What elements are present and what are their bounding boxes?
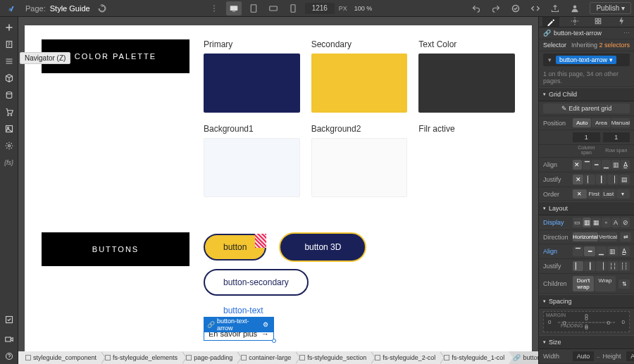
display-none-icon[interactable]: ⊘ [621,218,630,227]
wrap-reverse-icon[interactable]: ⇅ [619,280,630,289]
display-inline-icon[interactable]: A [611,218,621,227]
selector-input[interactable]: ▾ button-text-arrow▾ [543,54,630,66]
add-element-icon[interactable] [1,20,17,35]
height-input[interactable] [626,351,634,361]
flex-justify-around-icon[interactable]: ┊┊ [619,261,630,271]
page-title[interactable]: Style Guide [50,4,90,13]
flex-align-start-icon[interactable]: ▔ [573,246,583,256]
webflow-logo-icon[interactable] [3,1,18,15]
canvas-width-input[interactable] [305,3,335,14]
crumb-page-padding[interactable]: page-padding [182,351,237,364]
inheriting-link[interactable]: 2 selectors [599,42,630,49]
justify-center-icon[interactable]: ┃ [596,175,607,184]
justify-reset[interactable]: ✕ [573,175,583,184]
button-3d[interactable]: button 3D [279,232,366,262]
reverse-icon[interactable]: ⇄ [620,232,631,241]
order-last[interactable]: Last [602,189,616,199]
position-area[interactable]: Area [592,118,610,127]
desktop-breakpoint-icon[interactable] [226,1,242,15]
align-start-icon[interactable]: ▔ [583,160,592,170]
publish-button[interactable]: Publish ▾ [590,2,631,14]
style-manager-tab-icon[interactable] [590,17,607,27]
resize-handle[interactable] [272,339,276,343]
code-icon[interactable] [528,1,543,15]
help-icon[interactable] [1,349,17,364]
flex-justify-between-icon[interactable]: ╎╎ [607,261,618,271]
mobile-landscape-icon[interactable] [266,1,281,15]
flex-align-stretch-icon[interactable]: ▥ [607,246,618,256]
flex-justify-end-icon[interactable]: ▕ [596,261,607,271]
column-span-input[interactable] [573,132,600,142]
selection-badge[interactable]: 🔗button-text-arrow⚙ [204,317,274,332]
row-span-input[interactable] [603,132,630,142]
direction-horizontal[interactable]: Horizontal [573,232,598,241]
crumb-styleguide-component[interactable]: styleguide_component [21,351,101,364]
justify-end-icon[interactable]: ▕ [607,175,618,184]
crumb-fs-styleguide-section[interactable]: fs-styleguide_section [295,351,371,364]
crumb-fs-styleguide-2col[interactable]: fs-styleguide_2-col [371,351,440,364]
spacing-editor[interactable]: MARGIN 0 0 0 0 PADDING 0 0 0 0 [543,311,630,332]
order-reset[interactable]: ✕ [573,189,587,199]
width-input[interactable] [573,351,594,361]
display-inlineblock-icon[interactable]: ▫ [602,218,611,227]
position-manual[interactable]: Manual [611,118,630,127]
interactions-tab-icon[interactable] [614,17,630,27]
nowrap[interactable]: Don't wrap [573,276,594,291]
display-grid-icon[interactable]: ▦ [592,218,601,227]
reload-icon[interactable] [94,1,110,15]
redo-icon[interactable] [488,1,504,15]
position-auto[interactable]: Auto [573,118,591,127]
user-icon[interactable] [567,1,583,15]
button-primary[interactable]: button [204,234,266,261]
chevron-down-icon[interactable]: ▾ [609,56,613,63]
edit-parent-grid-button[interactable]: ✎ Edit parent grid [543,103,630,113]
direction-vertical[interactable]: Vertical [599,232,617,241]
order-first[interactable]: First [588,189,602,199]
check-icon[interactable] [508,1,523,15]
ecommerce-icon[interactable] [1,104,17,120]
class-token[interactable]: button-text-arrow▾ [556,56,616,64]
style-tab-icon[interactable] [542,17,559,27]
crumb-fs-styleguide-elements[interactable]: fs-styleguide_elements [101,351,182,364]
grid-child-header[interactable]: ▾Grid Child [539,87,634,101]
crumb-fs-styleguide-1col[interactable]: fs-styleguide_1-col [440,351,509,364]
more-icon[interactable]: ⋯ [623,30,630,37]
finsweet-icon[interactable]: {fs} [1,155,17,170]
button-secondary[interactable]: button-secondary [204,269,309,296]
chevron-down-icon[interactable]: ▾ [545,56,554,63]
wrap[interactable]: Wrap [595,276,616,291]
page-canvas[interactable]: COLOR PALETTE Primary Secondary Text Col… [25,25,532,351]
align-reset[interactable]: ✕ [573,160,582,170]
align-baseline-icon[interactable]: A̲ [621,160,630,170]
breakpoint-menu-icon[interactable] [206,1,222,15]
align-end-icon[interactable]: ▁ [602,160,611,170]
assets-icon[interactable] [1,121,17,137]
order-more-icon[interactable]: ▾ [616,189,630,199]
display-flex-icon[interactable]: ▥ [583,218,592,227]
crumb-container-large[interactable]: container-large [237,351,295,364]
crumb-button-text-arrow[interactable]: 🔗button-text-arrow [509,351,538,364]
size-header[interactable]: ▾Size [539,335,634,349]
mobile-portrait-icon[interactable] [285,1,301,15]
flex-align-center-icon[interactable]: ━ [584,246,595,256]
settings-icon[interactable] [1,138,17,153]
video-icon[interactable] [1,332,17,347]
audit-icon[interactable] [1,312,17,327]
layout-header[interactable]: ▾Layout [539,201,634,215]
display-block-icon[interactable]: ▭ [573,218,582,227]
undo-icon[interactable] [468,1,484,15]
export-icon[interactable] [547,1,563,15]
gear-icon[interactable]: ⚙ [261,320,271,329]
zoom-value[interactable]: 100 % [354,5,373,12]
flex-align-end-icon[interactable]: ▁ [596,246,607,256]
settings-tab-icon[interactable] [566,17,583,27]
components-icon[interactable] [1,70,17,86]
flex-justify-center-icon[interactable]: ┃ [584,261,595,271]
spacing-header[interactable]: ▾Spacing [539,294,634,308]
flex-justify-start-icon[interactable]: ▏ [573,261,583,271]
justify-start-icon[interactable]: ▏ [584,175,595,184]
align-stretch-icon[interactable]: ▥ [611,160,621,170]
navigator-icon[interactable] [1,54,17,69]
cms-icon[interactable] [1,87,17,103]
pages-icon[interactable] [1,37,17,52]
